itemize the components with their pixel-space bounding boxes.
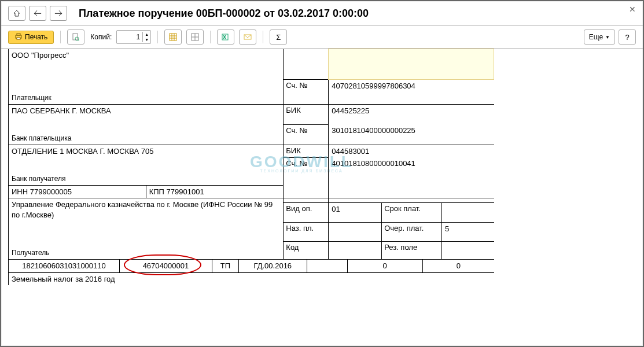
- rec-bic: 044583001: [329, 145, 494, 157]
- svg-rect-14: [222, 34, 228, 40]
- separator: [60, 31, 61, 43]
- account-label-2: Сч. №: [284, 124, 329, 145]
- titlebar: 🡠 🡢 Платежное поручение 00БП-000002 от 0…: [1, 1, 643, 26]
- account-label: Сч. №: [284, 80, 329, 105]
- content-area[interactable]: GOODWILL ТЕХНОЛОГИИ ДЛЯ БИЗНЕСА ООО "Про…: [1, 49, 643, 345]
- copies-up[interactable]: ▲: [143, 32, 150, 37]
- payment-order-table: ООО "Прогресс" Плательщик Сч. № 40702810…: [8, 49, 494, 260]
- separator: [210, 31, 211, 43]
- payer-bic: 044525225: [329, 104, 494, 124]
- vidop-value: 01: [329, 202, 382, 222]
- ocher-value: 5: [442, 222, 494, 242]
- ocher-label: Очер. плат.: [382, 222, 442, 242]
- payer-bank: ПАО СБЕРБАНК Г. МОСКВА: [12, 106, 111, 115]
- home-button[interactable]: [8, 6, 25, 21]
- rec-bank-caption: Банк получателя: [12, 175, 65, 183]
- basis: ТП: [212, 260, 238, 272]
- window: ✕ 🡠 🡢 Платежное поручение 00БП-000002 от…: [0, 0, 644, 347]
- oktmo: 46704000001: [119, 260, 212, 272]
- amount-box: [329, 49, 494, 80]
- copies-spinner[interactable]: ▲ ▼: [116, 30, 151, 44]
- print-button[interactable]: Печать: [8, 31, 54, 44]
- back-button[interactable]: 🡠: [29, 6, 46, 21]
- separator: [157, 31, 158, 43]
- printer-icon: [14, 33, 23, 42]
- copies-down[interactable]: ▼: [143, 37, 150, 42]
- rez-label: Рез. поле: [382, 242, 442, 260]
- chevron-down-icon: ▼: [605, 35, 610, 40]
- payer-bank-caption: Банк плательщика: [12, 134, 71, 142]
- copies-input[interactable]: [117, 33, 142, 41]
- purpose: Земельный налог за 2016 год: [9, 272, 495, 285]
- payer-account: 40702810599997806304: [329, 80, 494, 105]
- help-button[interactable]: ?: [619, 29, 636, 45]
- vidop-label: Вид оп.: [284, 202, 329, 222]
- separator: [263, 31, 263, 43]
- naz-label: Наз. пл.: [284, 222, 329, 242]
- grid-btn-2[interactable]: [186, 29, 204, 45]
- payer-name: ООО "Прогресс": [12, 51, 69, 60]
- kod-label: Код: [284, 242, 329, 260]
- toolbar: Печать Копий: ▲ ▼ Σ: [1, 26, 643, 49]
- svg-rect-6: [170, 34, 176, 40]
- forward-button[interactable]: 🡢: [50, 6, 67, 21]
- payer-caption: Плательщик: [12, 94, 51, 102]
- srok-label: Срок плат.: [382, 202, 442, 222]
- kpp-cell: КПП 779901001: [146, 185, 284, 198]
- recipient-caption: Получатель: [12, 249, 50, 257]
- payer-bank-account: 30101810400000000225: [329, 124, 494, 145]
- page-title: Платежное поручение 00БП-000002 от 03.02…: [79, 8, 369, 20]
- bic-label-1: БИК: [284, 104, 329, 124]
- inn-cell: ИНН 7799000005: [9, 185, 146, 198]
- bic-label-2: БИК: [284, 145, 329, 157]
- account-label-3: Сч. №: [284, 157, 329, 198]
- svg-rect-2: [17, 38, 20, 39]
- period: ГД.00.2016: [238, 260, 307, 272]
- rec-account: 40101810800000010041: [329, 157, 494, 198]
- sigma-button[interactable]: Σ: [270, 29, 287, 45]
- preview-button[interactable]: [67, 29, 84, 45]
- recipient: Управление Федерального казначейства по …: [12, 200, 273, 219]
- more-button[interactable]: Еще ▼: [584, 29, 615, 45]
- svg-rect-1: [17, 34, 20, 35]
- copies-label: Копий:: [90, 33, 112, 41]
- grid-btn-1[interactable]: [164, 29, 182, 45]
- codes-row: 18210606031031000110 46704000001 ТП ГД.0…: [8, 260, 494, 285]
- rec-bank: ОТДЕЛЕНИЕ 1 МОСКВА Г. МОСКВА 705: [12, 147, 153, 156]
- excel-export-button[interactable]: [217, 29, 234, 45]
- close-icon[interactable]: ✕: [629, 5, 636, 14]
- docdate: 0: [422, 260, 494, 272]
- svg-line-5: [78, 40, 79, 41]
- docnum: 0: [347, 260, 422, 272]
- kbk: 18210606031031000110: [9, 260, 120, 272]
- email-button[interactable]: [239, 29, 256, 45]
